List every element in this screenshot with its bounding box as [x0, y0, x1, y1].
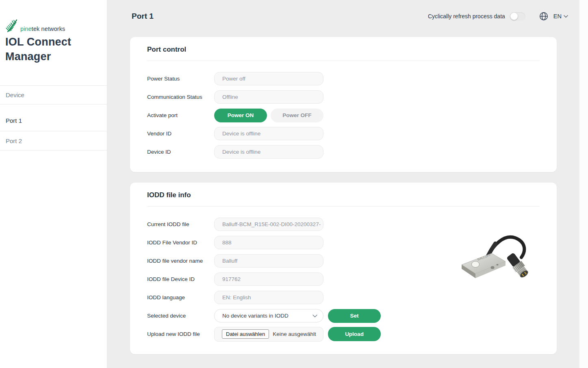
language-code: EN — [553, 13, 562, 20]
sidebar-item-port-2[interactable]: Port 2 — [0, 131, 107, 150]
iodd-file-vendor-name-field: Balluff — [214, 254, 323, 268]
card-divider — [147, 61, 540, 61]
page-header: Port 1 Cyclically refresh process data — [107, 0, 579, 24]
sidebar-item-device[interactable]: Device — [0, 85, 107, 105]
power-status-row: Power Status Power off — [147, 70, 540, 88]
iodd-file-vendor-id-label: IODD File Vendor ID — [147, 240, 214, 246]
iodd-file-device-id-field: 917762 — [214, 272, 323, 286]
device-id-label: Device ID — [147, 149, 214, 155]
power-status-field: Power off — [214, 72, 323, 85]
iodd-language-field: EN: English — [214, 291, 323, 304]
vendor-id-field: Device is offline — [214, 127, 323, 140]
device-id-row: Device ID Device is offline — [147, 143, 540, 161]
upload-button[interactable]: Upload — [328, 327, 381, 341]
communication-status-row: Communication Status Offline — [147, 88, 540, 106]
nav-group-gap — [0, 105, 107, 110]
main-content: Port 1 Cyclically refresh process data — [107, 0, 579, 368]
power-status-label: Power Status — [147, 76, 214, 82]
cyclic-refresh-toggle[interactable] — [510, 12, 525, 21]
communication-status-label: Communication Status — [147, 94, 214, 100]
language-selector[interactable]: EN — [553, 13, 568, 20]
chevron-down-icon — [564, 15, 568, 18]
pine-branch-icon — [6, 19, 18, 33]
iodd-language-row: IODD language EN: English — [147, 288, 540, 307]
brand-logo: pinetek networks — [0, 0, 107, 33]
page-title: Port 1 — [132, 12, 154, 21]
port-control-title: Port control — [147, 46, 540, 54]
choose-file-button[interactable]: Datei auswählen — [222, 329, 269, 339]
selected-device-label: Selected device — [147, 313, 214, 319]
sidebar-nav: Device Port 1 Port 2 — [0, 85, 107, 150]
globe-icon[interactable] — [539, 12, 548, 21]
device-photo: BALLUFF — [455, 228, 538, 289]
selected-device-value: No device variants in IODD — [222, 313, 289, 319]
activate-port-row: Activate port Power ON Power OFF — [147, 106, 540, 124]
communication-status-field: Offline — [214, 90, 323, 104]
iodd-file-input[interactable]: Datei auswählen Keine ausgewählt — [214, 327, 323, 342]
power-on-button[interactable]: Power ON — [214, 109, 267, 122]
brand-name-rest: tek networks — [32, 26, 65, 32]
brand-name: pinetek networks — [20, 26, 65, 33]
toggle-knob — [510, 13, 518, 20]
activate-port-label: Activate port — [147, 112, 214, 118]
vendor-id-row: Vendor ID Device is offline — [147, 124, 540, 143]
brand-name-pine: pine — [20, 26, 32, 32]
file-chosen-status: Keine ausgewählt — [273, 331, 316, 337]
scrollbar[interactable] — [579, 0, 588, 368]
selected-device-row: Selected device No device variants in IO… — [147, 307, 540, 325]
iodd-file-vendor-id-field: 888 — [214, 236, 323, 249]
activate-port-buttons: Power ON Power OFF — [214, 109, 323, 122]
port-control-card: Port control Power Status Power off Comm… — [130, 37, 557, 172]
upload-iodd-file-label: Upload new IODD file — [147, 331, 214, 337]
iodd-file-device-id-label: IODD file Device ID — [147, 276, 214, 282]
current-iodd-file-field: Balluff-BCM_R15E-002-DI00-20200327- — [214, 218, 323, 231]
card-divider — [147, 206, 540, 207]
device-id-field: Device is offline — [214, 145, 323, 159]
iodd-file-info-title: IODD file info — [147, 191, 540, 199]
chevron-down-icon — [312, 314, 317, 318]
sidebar: pinetek networks IOL Connect Manager Dev… — [0, 0, 107, 368]
iodd-language-label: IODD language — [147, 294, 214, 300]
app-title: IOL Connect Manager — [5, 35, 101, 64]
vendor-id-label: Vendor ID — [147, 131, 214, 137]
current-iodd-file-label: Current IODD file — [147, 221, 214, 227]
iodd-file-vendor-name-label: IODD file vendor name — [147, 258, 214, 264]
power-off-button[interactable]: Power OFF — [271, 109, 323, 122]
sidebar-item-port-1[interactable]: Port 1 — [0, 110, 107, 131]
header-controls: Cyclically refresh process data EN — [428, 12, 568, 21]
refresh-toggle-label: Cyclically refresh process data — [428, 13, 505, 20]
upload-iodd-file-row: Upload new IODD file Datei auswählen Kei… — [147, 325, 540, 343]
iodd-file-info-card: IODD file info Current IODD file Balluff… — [130, 183, 557, 354]
selected-device-dropdown[interactable]: No device variants in IODD — [214, 309, 323, 322]
set-button[interactable]: Set — [328, 309, 381, 323]
